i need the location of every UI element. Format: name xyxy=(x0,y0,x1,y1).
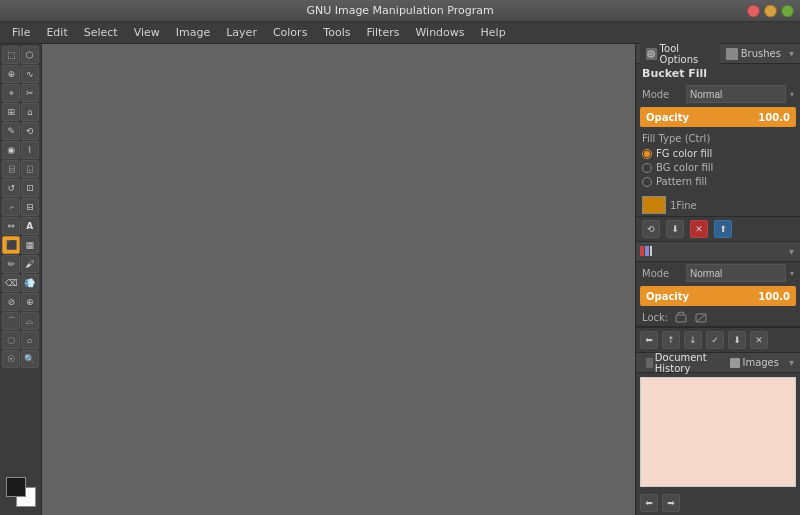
layers-opacity-bar[interactable]: Opacity 100.0 xyxy=(640,286,796,306)
tool-rotate[interactable]: ↺ xyxy=(2,179,20,197)
mode-label: Mode xyxy=(642,89,682,100)
tool-flip[interactable]: ⇔ xyxy=(2,217,20,235)
duplicate-layer-button[interactable]: ✓ xyxy=(706,331,724,349)
new-layer-button[interactable]: ⬅ xyxy=(640,331,658,349)
doc-nav-forward[interactable]: ➡ xyxy=(662,494,680,512)
layers-mode-label: Mode xyxy=(642,268,682,279)
doc-images-label: Images xyxy=(742,357,779,368)
opacity-label: Opacity xyxy=(646,112,689,123)
anchor-layer-button[interactable]: ⬇ xyxy=(728,331,746,349)
brushes-tab[interactable]: Brushes xyxy=(720,46,787,62)
layers-mode-select[interactable]: Normal xyxy=(686,264,786,282)
menu-colors[interactable]: Colors xyxy=(265,24,315,41)
menu-layer[interactable]: Layer xyxy=(218,24,265,41)
raise-layer-button[interactable]: ↑ xyxy=(662,331,680,349)
tool-ellipse-select[interactable]: ⬡ xyxy=(21,46,39,64)
opacity-value: 100.0 xyxy=(758,112,790,123)
layer-color-red xyxy=(640,246,644,256)
layer-color-white xyxy=(650,246,652,256)
tool-color-picker[interactable]: ✎ xyxy=(2,122,20,140)
reset-tool-icon[interactable]: ⟲ xyxy=(642,220,660,238)
alpha-lock-icon xyxy=(695,311,707,323)
tool-select-by-color[interactable]: ⌖ xyxy=(2,84,20,102)
tool-options-tab[interactable]: Tool Options xyxy=(640,41,720,67)
close-button[interactable] xyxy=(747,4,760,17)
tool-fuzzy-select[interactable]: ∿ xyxy=(21,65,39,83)
tool-perspective[interactable]: ⊟ xyxy=(21,198,39,216)
tool-free-select[interactable]: ⊕ xyxy=(2,65,20,83)
lock-pixels-icon[interactable] xyxy=(674,310,688,324)
doc-images-tab[interactable]: Images xyxy=(724,355,785,370)
title-bar: GNU Image Manipulation Program xyxy=(0,0,800,22)
bg-radio-circle xyxy=(642,163,652,173)
tool-scissors[interactable]: ✂ xyxy=(21,84,39,102)
menu-filters[interactable]: Filters xyxy=(358,24,407,41)
tool-clone[interactable]: ⊕ xyxy=(21,293,39,311)
save-tool-icon[interactable]: ⬇ xyxy=(666,220,684,238)
panel-collapse-button[interactable]: ▾ xyxy=(787,46,796,61)
doc-panel-collapse[interactable]: ▾ xyxy=(787,355,796,370)
tool-eraser[interactable]: ⌫ xyxy=(2,274,20,292)
tool-shear[interactable]: ⌿ xyxy=(2,198,20,216)
tool-move[interactable]: ⌇ xyxy=(21,141,39,159)
tool-foreground-select[interactable]: ⊞ xyxy=(2,103,20,121)
delete-tool-icon[interactable]: ✕ xyxy=(690,220,708,238)
minimize-button[interactable] xyxy=(764,4,777,17)
tool-text[interactable]: A xyxy=(21,217,39,235)
fill-type-title: Fill Type (Ctrl) xyxy=(642,133,794,144)
image-canvas[interactable] xyxy=(64,60,614,500)
tool-smudge[interactable]: ⌕ xyxy=(21,331,39,349)
tool-airbrush[interactable]: 💨 xyxy=(21,274,39,292)
window-controls xyxy=(747,4,794,17)
tool-zoom[interactable]: ⟲ xyxy=(21,122,39,140)
maximize-button[interactable] xyxy=(781,4,794,17)
fg-color-swatch[interactable] xyxy=(6,477,26,497)
fg-color-fill-option[interactable]: FG color fill xyxy=(642,148,794,159)
tool-row-11: ⬛ ▦ xyxy=(2,236,39,254)
tool-bucket-fill[interactable]: ⬛ xyxy=(2,236,20,254)
tool-ink[interactable]: ⊘ xyxy=(2,293,20,311)
layer-panel-header: ▾ xyxy=(636,242,800,262)
doc-nav-back[interactable]: ⬅ xyxy=(640,494,658,512)
tool-blend[interactable]: ▦ xyxy=(21,236,39,254)
mode-row: Mode Normal ▾ xyxy=(636,83,800,105)
tool-paintbrush[interactable]: 🖌 xyxy=(21,255,39,273)
lower-layer-button[interactable]: ↓ xyxy=(684,331,702,349)
delete-layer-button[interactable]: ✕ xyxy=(750,331,768,349)
tool-scale[interactable]: ⊡ xyxy=(21,179,39,197)
restore-tool-icon[interactable]: ⬆ xyxy=(714,220,732,238)
menu-windows[interactable]: Windows xyxy=(407,24,472,41)
menu-select[interactable]: Select xyxy=(76,24,126,41)
bucket-fill-title: Bucket Fill xyxy=(636,64,800,83)
tool-row-16: ◌ ⌕ xyxy=(2,331,39,349)
layers-collapse-button[interactable]: ▾ xyxy=(787,244,796,259)
menu-help[interactable]: Help xyxy=(473,24,514,41)
pattern-fill-option[interactable]: Pattern fill xyxy=(642,176,794,187)
tool-crop[interactable]: ⌺ xyxy=(21,160,39,178)
lock-row: Lock: xyxy=(636,308,800,326)
tool-dodge-burn[interactable]: ☉ xyxy=(2,350,20,368)
tool-perspective-clone[interactable]: ⌓ xyxy=(21,312,39,330)
menu-tools[interactable]: Tools xyxy=(315,24,358,41)
tool-zoom-btn[interactable]: 🔍 xyxy=(21,350,39,368)
tool-paths[interactable]: ⌂ xyxy=(21,103,39,121)
tool-align[interactable]: ⌸ xyxy=(2,160,20,178)
menu-edit[interactable]: Edit xyxy=(38,24,75,41)
opacity-bar[interactable]: Opacity 100.0 xyxy=(640,107,796,127)
menu-view[interactable]: View xyxy=(126,24,168,41)
tool-row-13: ⌫ 💨 xyxy=(2,274,39,292)
svg-rect-2 xyxy=(676,315,686,322)
mode-select[interactable]: Normal xyxy=(686,85,786,103)
texture-preview[interactable] xyxy=(642,196,666,214)
tool-blur-sharpen[interactable]: ◌ xyxy=(2,331,20,349)
tool-heal[interactable]: ⌒ xyxy=(2,312,20,330)
tool-pencil[interactable]: ✏ xyxy=(2,255,20,273)
menu-file[interactable]: File xyxy=(4,24,38,41)
tool-measure[interactable]: ◉ xyxy=(2,141,20,159)
tool-rect-select[interactable]: ⬚ xyxy=(2,46,20,64)
layers-mode-dropdown-icon: ▾ xyxy=(790,269,794,278)
bg-color-fill-option[interactable]: BG color fill xyxy=(642,162,794,173)
doc-history-tab[interactable]: Document History xyxy=(640,350,722,376)
lock-alpha-icon[interactable] xyxy=(694,310,708,324)
menu-image[interactable]: Image xyxy=(168,24,218,41)
